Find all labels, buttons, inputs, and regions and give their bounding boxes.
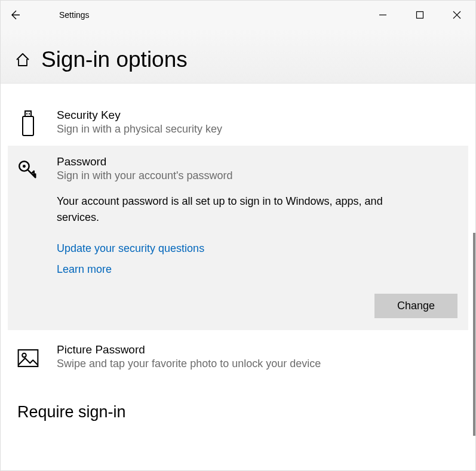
option-password[interactable]: Password Sign in with your account's pas… bbox=[17, 155, 459, 193]
option-password-panel: Password Sign in with your account's pas… bbox=[8, 146, 468, 330]
password-status-text: Your account password is all set up to s… bbox=[57, 193, 391, 226]
svg-rect-8 bbox=[23, 116, 33, 136]
option-picture-password[interactable]: Picture Password Swipe and tap your favo… bbox=[8, 335, 468, 379]
titlebar: Settings bbox=[1, 1, 475, 29]
usb-key-icon bbox=[17, 111, 39, 136]
learn-more-link[interactable]: Learn more bbox=[57, 263, 459, 276]
svg-rect-1 bbox=[417, 12, 423, 19]
option-pin[interactable]: Sign in with a PIN (Recommended) bbox=[8, 84, 468, 90]
minimize-button[interactable] bbox=[364, 1, 401, 29]
option-picture-title: Picture Password bbox=[57, 343, 459, 356]
svg-rect-11 bbox=[19, 350, 38, 367]
option-security-key[interactable]: Security Key Sign in with a physical sec… bbox=[8, 100, 468, 144]
app-title: Settings bbox=[29, 10, 90, 20]
option-security-key-desc: Sign in with a physical security key bbox=[57, 123, 459, 136]
content-area: Sign in with a PIN (Recommended) Securit… bbox=[1, 84, 475, 467]
option-security-key-title: Security Key bbox=[57, 109, 459, 122]
back-button[interactable] bbox=[1, 1, 29, 29]
page-title: Sign-in options bbox=[41, 47, 188, 72]
arrow-left-icon bbox=[9, 9, 21, 21]
scrollbar[interactable] bbox=[473, 233, 475, 436]
option-password-title: Password bbox=[57, 155, 459, 168]
key-icon bbox=[17, 158, 39, 183]
picture-icon bbox=[17, 346, 39, 371]
close-icon bbox=[453, 11, 461, 19]
change-button[interactable]: Change bbox=[374, 294, 457, 318]
require-signin-heading: Require sign-in bbox=[8, 379, 468, 421]
maximize-icon bbox=[416, 11, 424, 19]
svg-rect-5 bbox=[25, 111, 31, 116]
svg-point-10 bbox=[23, 165, 26, 168]
minimize-icon bbox=[379, 11, 387, 19]
option-password-desc: Sign in with your account's password bbox=[57, 170, 459, 182]
svg-point-12 bbox=[22, 353, 26, 358]
close-button[interactable] bbox=[438, 1, 475, 29]
maximize-button[interactable] bbox=[401, 1, 438, 29]
page-header: Sign-in options bbox=[1, 29, 475, 84]
window-controls bbox=[364, 1, 475, 29]
update-security-questions-link[interactable]: Update your security questions bbox=[57, 242, 459, 255]
option-picture-desc: Swipe and tap your favorite photo to unl… bbox=[57, 358, 459, 370]
home-icon[interactable] bbox=[15, 52, 30, 67]
